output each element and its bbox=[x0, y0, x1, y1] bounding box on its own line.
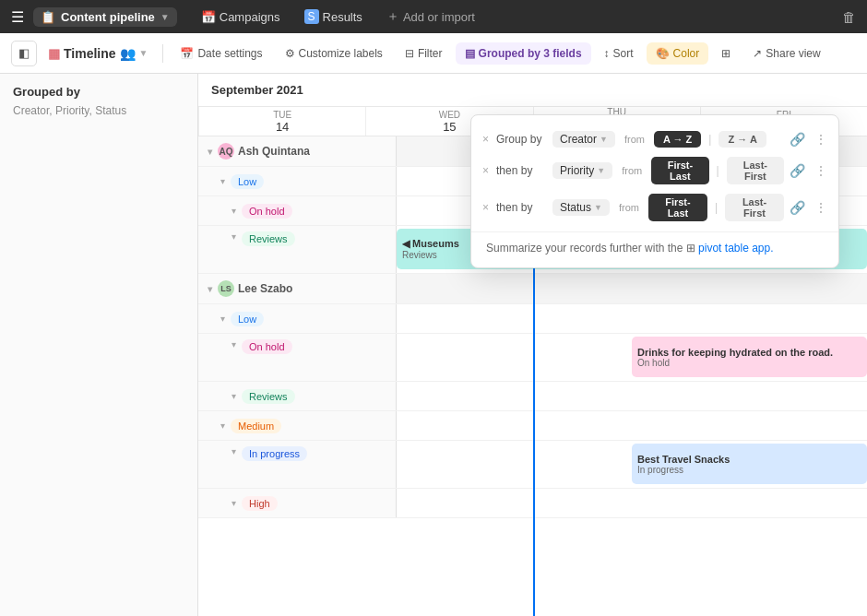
chevron-down-icon: ▾ bbox=[208, 147, 212, 157]
row-cells: Drinks for keeping hydrated on the road.… bbox=[397, 334, 867, 381]
status-row-in-progress[interactable]: ▾ In progress bbox=[198, 441, 397, 488]
person-row-lee[interactable]: ▾ LS Lee Szabo bbox=[198, 274, 397, 303]
nav-tabs: 📅 Campaigns S Results ＋ Add or import bbox=[190, 5, 486, 29]
more-icon[interactable]: ⋮ bbox=[814, 200, 827, 215]
row-cells bbox=[397, 382, 867, 411]
chevron-down-icon: ▼ bbox=[600, 135, 608, 144]
filter-btn[interactable]: ⊟ Filter bbox=[396, 42, 452, 65]
grouped-by-fields: Creator, Priority, Status bbox=[13, 104, 184, 117]
campaigns-icon: 📅 bbox=[201, 10, 216, 24]
chevron-down-icon: ▾ bbox=[232, 446, 236, 456]
main-area: Grouped by Creator, Priority, Status Sep… bbox=[0, 74, 867, 616]
results-icon: S bbox=[304, 9, 319, 24]
chevron-down-icon: ▼ bbox=[139, 48, 148, 58]
table-icon-btn[interactable]: ⊞ bbox=[712, 42, 740, 65]
chevron-down-icon: ▾ bbox=[208, 284, 212, 294]
chevron-down-icon: ▾ bbox=[232, 339, 236, 349]
customize-labels-btn[interactable]: ⚙ Customize labels bbox=[276, 42, 392, 65]
chevron-down-icon: ▼ bbox=[160, 12, 170, 22]
grouped-by-label: Grouped by bbox=[13, 85, 184, 99]
tab-results[interactable]: S Results bbox=[293, 5, 374, 29]
chevron-down-icon: ▼ bbox=[594, 203, 602, 212]
row-cells bbox=[397, 411, 867, 441]
priority-row-low[interactable]: ▾ Low bbox=[198, 167, 397, 195]
app-emoji: 📋 bbox=[41, 10, 55, 24]
timeline-bar-drinks[interactable]: Drinks for keeping hydrated on the road.… bbox=[632, 337, 867, 377]
left-panel: Grouped by Creator, Priority, Status bbox=[0, 74, 198, 616]
avatar: LS bbox=[218, 280, 234, 297]
chevron-down-icon: ▾ bbox=[232, 391, 236, 401]
chevron-down-icon: ▼ bbox=[597, 166, 605, 175]
row-cells: Best Travel Snacks In progress bbox=[397, 441, 867, 488]
person-row-ash[interactable]: ▾ AQ Ash Quintana bbox=[198, 136, 397, 166]
status-row-on-hold[interactable]: ▾ On hold bbox=[198, 196, 397, 225]
chevron-down-icon: ▾ bbox=[232, 231, 236, 242]
sort-last-first-btn-2[interactable]: Last-First bbox=[725, 194, 784, 221]
chevron-down-icon: ▾ bbox=[232, 206, 236, 216]
close-icon[interactable]: × bbox=[482, 164, 489, 177]
group-by-row-creator: × Group by Creator ▼ from A → Z | Z → A … bbox=[471, 126, 838, 152]
priority-row-high[interactable]: ▾ High bbox=[198, 489, 397, 517]
close-icon[interactable]: × bbox=[482, 201, 489, 214]
toolbar-divider bbox=[162, 44, 163, 63]
row-cells bbox=[397, 274, 867, 303]
chevron-down-icon: ▾ bbox=[232, 498, 236, 508]
row-cells bbox=[397, 304, 867, 334]
chevron-down-icon: ▾ bbox=[220, 421, 225, 431]
more-icon[interactable]: ⋮ bbox=[814, 132, 827, 147]
group-by-row-status: × then by Status ▼ from First-Last | Las… bbox=[471, 189, 838, 226]
sidebar-toggle-btn[interactable]: ◧ bbox=[11, 41, 37, 66]
top-nav: ☰ 📋 Content pipeline ▼ 📅 Campaigns S Res… bbox=[0, 0, 867, 33]
group-icon: ▤ bbox=[465, 47, 475, 60]
more-icon[interactable]: ⋮ bbox=[814, 163, 827, 178]
row-cells bbox=[397, 489, 867, 518]
timeline-bar-travel-snacks[interactable]: Best Travel Snacks In progress bbox=[632, 444, 867, 484]
sort-first-last-btn-2[interactable]: First-Last bbox=[648, 194, 707, 221]
status-field-select[interactable]: Status ▼ bbox=[552, 199, 610, 216]
sort-icon: ↕ bbox=[604, 47, 610, 60]
priority-field-select[interactable]: Priority ▼ bbox=[552, 162, 612, 179]
timeline-icon: ▦ bbox=[48, 46, 60, 61]
creator-field-select[interactable]: Creator ▼ bbox=[552, 131, 615, 148]
app-title[interactable]: 📋 Content pipeline ▼ bbox=[33, 7, 177, 27]
toolbar: ◧ ▦ Timeline 👥 ▼ 📅 Date settings ⚙ Custo… bbox=[0, 33, 867, 74]
sort-first-last-btn[interactable]: First-Last bbox=[651, 157, 708, 184]
pivot-icon: ⊞ bbox=[686, 242, 698, 255]
link-icon[interactable]: 🔗 bbox=[790, 200, 805, 215]
grouped-by-dropdown: × Group by Creator ▼ from A → Z | Z → A … bbox=[470, 114, 839, 268]
avatar: AQ bbox=[218, 143, 234, 160]
grouped-by-btn[interactable]: ▤ Grouped by 3 fields bbox=[456, 42, 591, 65]
label-icon: ⚙ bbox=[285, 47, 295, 60]
share-icon: ↗ bbox=[753, 47, 762, 60]
add-import-btn[interactable]: ＋ Add or import bbox=[375, 5, 486, 29]
table-icon: ⊞ bbox=[721, 47, 730, 60]
link-icon[interactable]: 🔗 bbox=[790, 132, 805, 147]
group-by-row-priority: × then by Priority ▼ from First-Last | L… bbox=[471, 152, 838, 189]
color-icon: 🎨 bbox=[656, 47, 670, 60]
close-icon[interactable]: × bbox=[482, 133, 489, 146]
chevron-down-icon: ▾ bbox=[220, 314, 225, 324]
priority-row-low-2[interactable]: ▾ Low bbox=[198, 304, 397, 333]
menu-icon[interactable]: ☰ bbox=[7, 5, 28, 30]
date-icon: 📅 bbox=[180, 47, 194, 60]
day-tue: Tue 14 bbox=[198, 107, 365, 136]
people-icon: 👥 bbox=[120, 46, 136, 61]
sort-z-a-btn[interactable]: Z → A bbox=[719, 131, 766, 148]
share-view-btn[interactable]: ↗ Share view bbox=[743, 42, 829, 65]
trash-icon[interactable]: 🗑 bbox=[838, 6, 860, 29]
chevron-down-icon: ▾ bbox=[220, 176, 225, 186]
sort-a-z-btn[interactable]: A → Z bbox=[654, 131, 701, 148]
sort-last-first-btn[interactable]: Last-First bbox=[727, 157, 784, 184]
view-selector[interactable]: ▦ Timeline 👥 ▼ bbox=[41, 42, 155, 65]
date-settings-btn[interactable]: 📅 Date settings bbox=[171, 42, 271, 65]
priority-row-medium[interactable]: ▾ Medium bbox=[198, 411, 397, 440]
status-row-reviews-2[interactable]: ▾ Reviews bbox=[198, 382, 397, 410]
sort-btn[interactable]: ↕ Sort bbox=[595, 42, 643, 65]
status-row-reviews[interactable]: ▾ Reviews bbox=[198, 226, 397, 273]
link-icon[interactable]: 🔗 bbox=[790, 163, 805, 178]
color-btn[interactable]: 🎨 Color bbox=[647, 42, 709, 65]
tab-campaigns[interactable]: 📅 Campaigns bbox=[190, 5, 291, 29]
status-row-on-hold-2[interactable]: ▾ On hold bbox=[198, 334, 397, 381]
month-label: September 2021 bbox=[211, 83, 303, 97]
pivot-link[interactable]: pivot table app. bbox=[698, 242, 773, 255]
